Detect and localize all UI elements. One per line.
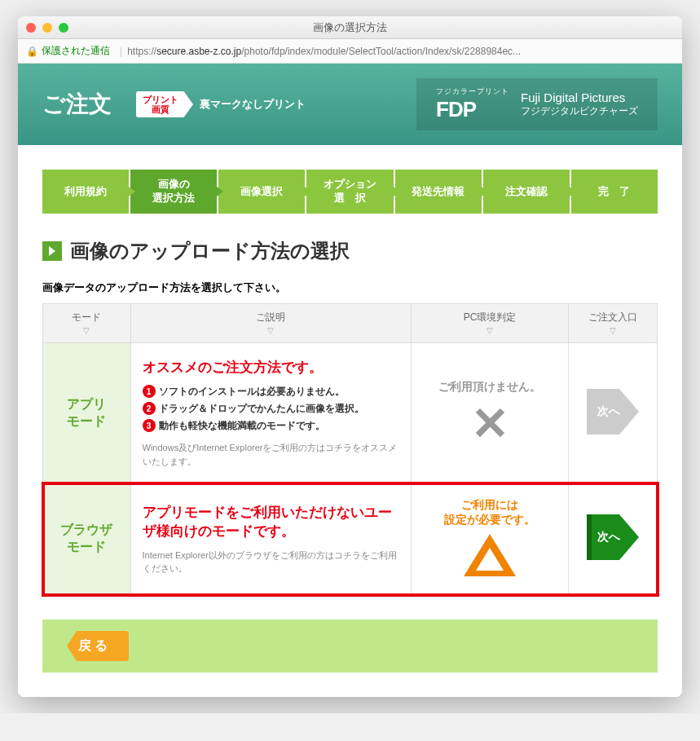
next-button: 次へ: [583, 382, 642, 441]
window-title: 画像の選択方法: [18, 20, 682, 35]
step-5[interactable]: 注文確認: [483, 170, 570, 214]
play-icon: [42, 241, 62, 261]
number-badge-icon: 1: [143, 385, 156, 398]
step-nav: 利用規約画像の選択方法画像選択オプション選 択発送先情報注文確認完 了: [42, 170, 658, 214]
number-badge-icon: 3: [143, 419, 156, 432]
address-bar[interactable]: 🔒 保護された通信 | https://secure.asbe-z.co.jp/…: [18, 39, 682, 64]
env-message: ご利用には設定が必要です。: [423, 498, 557, 527]
desc-note: Internet Explorer以外のブラウザをご利用の方はコチラをご利用くだ…: [143, 549, 399, 576]
description-cell: アプリモードをご利用いただけないユーザ様向けのモードです。Internet Ex…: [130, 483, 411, 595]
mode-label: アプリモード: [43, 343, 131, 483]
mode-label: ブラウザモード: [43, 483, 131, 595]
sort-icon: ▽: [610, 326, 616, 335]
url-text: https://secure.asbe-z.co.jp/photo/fdp/in…: [127, 46, 521, 57]
step-4[interactable]: 発送先情報: [395, 170, 482, 214]
action-cell: 次へ: [569, 483, 658, 595]
sort-icon: ▽: [486, 326, 493, 335]
section-subtitle: 画像データのアップロード方法を選択して下さい。: [42, 280, 658, 295]
sort-icon: ▽: [83, 326, 90, 335]
main-content: 利用規約画像の選択方法画像選択オプション選 択発送先情報注文確認完 了 画像のア…: [18, 145, 682, 697]
print-badge: プリント画質 裏マークなしプリント: [136, 91, 306, 117]
desc-title: オススメのご注文方法です。: [143, 358, 399, 377]
env-message: ご利用頂けません。: [423, 380, 557, 395]
number-badge-icon: 2: [143, 402, 156, 415]
browser-window: 画像の選択方法 🔒 保護された通信 | https://secure.asbe-…: [18, 16, 682, 697]
env-status-cell: ご利用頂けません。✕: [411, 343, 569, 483]
lock-icon: 🔒: [26, 46, 38, 57]
mode-table: モード▽ご説明▽PC環境判定▽ご注文入口▽ アプリモードオススメのご注文方法です…: [42, 303, 658, 595]
titlebar: 画像の選択方法: [18, 16, 682, 39]
step-3[interactable]: オプション選 択: [306, 170, 393, 214]
action-cell: 次へ: [569, 343, 658, 483]
window-close-button[interactable]: [26, 23, 36, 33]
description-cell: オススメのご注文方法です。1ソフトのインストールは必要ありません。2ドラッグ＆ド…: [130, 343, 411, 483]
window-maximize-button[interactable]: [59, 23, 68, 33]
arrow-icon: [185, 93, 193, 116]
back-button[interactable]: 戻る: [67, 631, 129, 661]
step-1[interactable]: 画像の選択方法: [130, 170, 217, 214]
step-0[interactable]: 利用規約: [42, 170, 129, 214]
col-header: モード▽: [43, 304, 131, 343]
next-button[interactable]: 次へ: [583, 508, 642, 567]
sort-icon: ▽: [267, 326, 274, 335]
col-header: PC環境判定▽: [411, 304, 569, 343]
step-2[interactable]: 画像選択: [218, 170, 305, 214]
x-icon: ✕: [423, 401, 557, 447]
fdp-logo-block: フジカラープリント FDP Fuji Digital Pictures フジデジ…: [416, 78, 658, 130]
window-minimize-button[interactable]: [42, 23, 52, 33]
desc-title: アプリモードをご利用いただけないユーザ様向けのモードです。: [143, 503, 399, 540]
page-header: ご注文 プリント画質 裏マークなしプリント フジカラープリント FDP Fuji…: [18, 64, 682, 145]
section-title: 画像のアップロード方法の選択: [42, 238, 658, 264]
step-6[interactable]: 完 了: [571, 170, 658, 214]
table-row: アプリモードオススメのご注文方法です。1ソフトのインストールは必要ありません。2…: [43, 343, 658, 483]
secure-label: 保護された通信: [42, 44, 110, 58]
table-row: ブラウザモードアプリモードをご利用いただけないユーザ様向けのモードです。Inte…: [43, 483, 658, 595]
col-header: ご説明▽: [130, 304, 411, 343]
footer-bar: 戻る: [42, 620, 658, 673]
desc-note: Windows及びInternet Explorerをご利用の方はコチラをオスス…: [143, 441, 399, 468]
col-header: ご注文入口▽: [569, 304, 658, 343]
env-status-cell: ご利用には設定が必要です。: [411, 483, 569, 595]
header-title: ご注文: [42, 89, 112, 120]
triangle-icon: [464, 534, 516, 576]
